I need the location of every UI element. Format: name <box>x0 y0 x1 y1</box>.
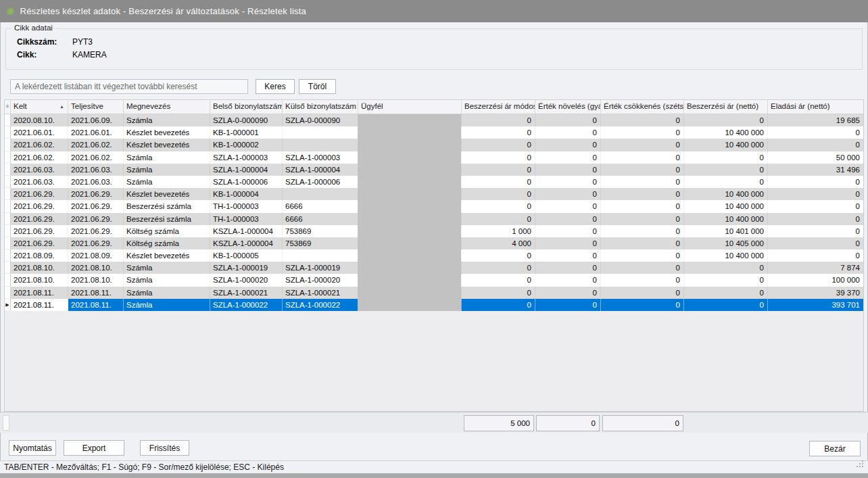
grid-cell[interactable]: 2021.06.09. <box>68 114 124 126</box>
grid-cell[interactable]: 2021.06.01. <box>68 126 124 139</box>
grid-cell[interactable]: 0 <box>462 126 535 139</box>
grid-cell[interactable]: 0 <box>601 200 684 212</box>
grid-cell[interactable]: 2021.08.11. <box>11 287 68 299</box>
grid-cell[interactable]: 2021.06.03. <box>68 164 124 176</box>
clear-search-button[interactable]: Töröl <box>299 79 336 94</box>
grid-cell[interactable]: 2021.08.10. <box>11 274 68 286</box>
grid-cell[interactable]: 0 <box>768 126 864 139</box>
grid-cell[interactable]: Készlet bevezetés <box>124 188 210 200</box>
grid-cell[interactable]: 0 <box>535 176 601 188</box>
grid-cell[interactable]: SZLA-1-000021 <box>210 287 283 299</box>
grid-cell[interactable]: KB-1-000005 <box>210 249 283 262</box>
grid-cell[interactable]: SZLA-1-000003 <box>210 151 283 164</box>
grid-cell[interactable]: SZLA-0-000090 <box>283 114 358 126</box>
grid-cell[interactable]: 0 <box>601 126 684 139</box>
grid-cell[interactable]: Készlet bevezetés <box>124 139 210 151</box>
grid-cell[interactable]: 0 <box>768 139 864 151</box>
grid-cell[interactable]: 0 <box>535 139 601 151</box>
grid-cell[interactable]: 10 401 000 <box>684 225 768 237</box>
row-indicator-header[interactable]: ✳ <box>5 100 11 114</box>
grid-cell[interactable]: 0 <box>768 176 864 188</box>
grid-cell[interactable]: 0 <box>768 237 864 249</box>
grid-cell[interactable]: KB-1-000001 <box>210 126 283 139</box>
grid-cell[interactable]: 0 <box>601 164 684 176</box>
grid-cell[interactable]: 0 <box>601 299 684 311</box>
grid-cell[interactable]: 0 <box>535 262 601 274</box>
grid-cell[interactable]: 0 <box>535 287 601 299</box>
grid-cell[interactable]: Számla <box>124 287 210 299</box>
grid-cell[interactable]: 0 <box>601 262 684 274</box>
grid-cell[interactable]: 31 496 <box>768 164 864 176</box>
grid-cell[interactable]: 10 400 000 <box>684 139 768 151</box>
search-input[interactable] <box>10 79 248 94</box>
grid-cell[interactable] <box>283 139 358 151</box>
column-header[interactable]: Ügyfél <box>358 100 462 114</box>
grid-cell[interactable]: 0 <box>535 274 601 286</box>
grid-cell[interactable]: Számla <box>124 151 210 164</box>
grid-cell[interactable]: 2021.06.02. <box>68 139 124 151</box>
grid-cell[interactable]: Beszerzési számla <box>124 200 210 212</box>
grid-cell[interactable]: 2021.06.03. <box>68 176 124 188</box>
grid-cell[interactable]: 393 701 <box>768 299 864 311</box>
grid-cell[interactable]: 753869 <box>283 237 358 249</box>
grid-cell[interactable]: 0 <box>684 151 768 164</box>
grid-cell[interactable]: 6666 <box>283 213 358 225</box>
grid-cell[interactable]: 0 <box>601 176 684 188</box>
grid-cell[interactable]: 0 <box>462 213 535 225</box>
grid-cell[interactable]: Számla <box>124 114 210 126</box>
grid-cell[interactable]: 2021.08.11. <box>68 287 124 299</box>
grid-cell[interactable]: 2021.06.03. <box>11 164 68 176</box>
grid-cell[interactable]: SZLA-1-000019 <box>283 262 358 274</box>
column-header[interactable]: Teljesítve <box>68 100 124 114</box>
grid-cell[interactable]: 0 <box>462 200 535 212</box>
grid-cell[interactable]: 0 <box>535 126 601 139</box>
grid-cell[interactable]: 2021.06.29. <box>68 213 124 225</box>
grid-cell[interactable] <box>283 249 358 262</box>
column-header[interactable]: Beszerzési ár (nettó) <box>684 100 768 114</box>
resize-grip[interactable] <box>857 466 858 467</box>
grid-cell[interactable]: 0 <box>535 225 601 237</box>
data-grid[interactable]: ✳Kelt▲TeljesítveMegnevezésBelső bizonyla… <box>4 99 864 412</box>
grid-cell[interactable]: 0 <box>684 299 768 311</box>
grid-cell[interactable]: 0 <box>462 262 535 274</box>
grid-cell[interactable]: 0 <box>684 274 768 286</box>
grid-cell[interactable]: KSZLA-1-000004 <box>210 225 283 237</box>
column-header[interactable]: Érték növelés (gyá <box>535 100 601 114</box>
grid-cell[interactable]: SZLA-1-000019 <box>210 262 283 274</box>
grid-cell[interactable]: 10 400 000 <box>684 213 768 225</box>
grid-cell[interactable]: 2021.06.03. <box>11 176 68 188</box>
grid-cell[interactable] <box>283 188 358 200</box>
grid-cell[interactable]: 0 <box>768 200 864 212</box>
grid-cell[interactable]: 0 <box>535 299 601 311</box>
grid-cell[interactable]: 2021.08.09. <box>11 249 68 262</box>
grid-cell[interactable]: 10 400 000 <box>684 249 768 262</box>
grid-cell[interactable]: Számla <box>124 164 210 176</box>
grid-cell[interactable]: SZLA-1-000022 <box>283 299 358 311</box>
grid-cell[interactable]: 0 <box>768 225 864 237</box>
grid-cell[interactable]: 2021.08.09. <box>68 249 124 262</box>
grid-cell[interactable]: 2021.06.29. <box>68 237 124 249</box>
title-bar[interactable]: ❋ Részletes készlet adatok - Beszerzési … <box>0 0 868 22</box>
grid-cell[interactable]: Költség számla <box>124 237 210 249</box>
grid-cell[interactable]: 10 400 000 <box>684 126 768 139</box>
grid-cell[interactable]: 0 <box>684 164 768 176</box>
grid-cell[interactable]: 4 000 <box>462 237 535 249</box>
grid-cell[interactable]: 0 <box>601 274 684 286</box>
grid-cell[interactable]: 0 <box>535 188 601 200</box>
grid-cell[interactable]: 1 000 <box>462 225 535 237</box>
grid-cell[interactable]: SZLA-1-000006 <box>283 176 358 188</box>
grid-cell[interactable]: 2021.06.02. <box>11 139 68 151</box>
grid-cell[interactable]: Számla <box>124 274 210 286</box>
export-button[interactable]: Export <box>64 440 124 456</box>
grid-cell[interactable]: 10 405 000 <box>684 237 768 249</box>
grid-cell[interactable]: 2021.06.02. <box>11 151 68 164</box>
grid-cell[interactable]: Készlet bevezetés <box>124 126 210 139</box>
grid-cell[interactable]: 0 <box>462 151 535 164</box>
grid-cell[interactable]: 0 <box>601 139 684 151</box>
grid-cell[interactable]: Készlet bevezetés <box>124 249 210 262</box>
grid-cell[interactable]: 6666 <box>283 200 358 212</box>
grid-cell[interactable]: 0 <box>684 262 768 274</box>
grid-cell[interactable]: 2021.06.29. <box>68 200 124 212</box>
grid-cell[interactable]: SZLA-1-000004 <box>210 164 283 176</box>
grid-cell[interactable]: KB-1-000004 <box>210 188 283 200</box>
